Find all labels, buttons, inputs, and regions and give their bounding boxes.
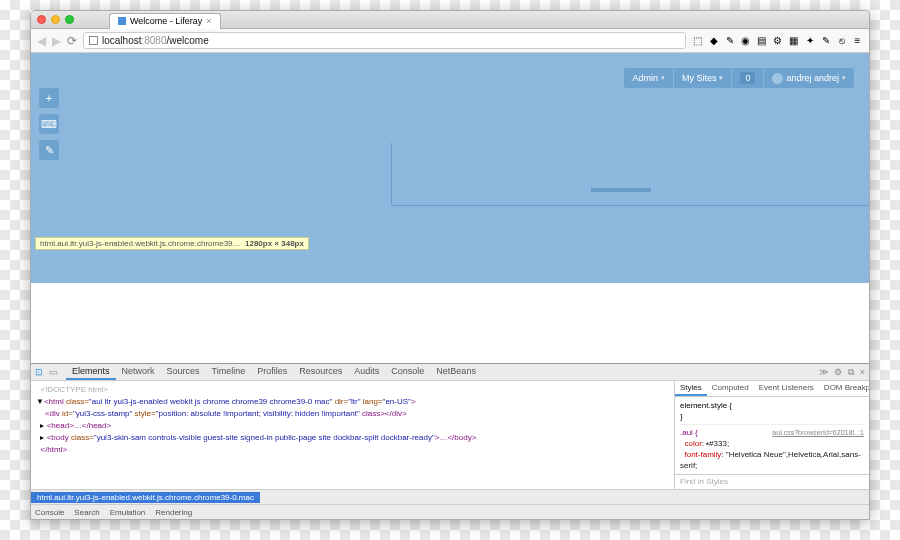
- ext-icon[interactable]: ⚙: [772, 35, 783, 46]
- url-path: /welcome: [167, 35, 209, 46]
- drawer-emulation[interactable]: Emulation: [110, 508, 146, 517]
- add-button[interactable]: +: [39, 88, 59, 108]
- styles-tab-styles[interactable]: Styles: [675, 381, 707, 396]
- tab-netbeans[interactable]: NetBeans: [430, 364, 482, 380]
- ext-icon[interactable]: ⬚: [692, 35, 703, 46]
- url-host: localhost: [102, 35, 141, 46]
- styles-tab-events[interactable]: Event Listeners: [754, 381, 819, 396]
- ext-icon[interactable]: ✎: [724, 35, 735, 46]
- url-port: :8080: [141, 35, 166, 46]
- page-icon: [89, 36, 98, 45]
- devtools: ⊡ ▭ Elements Network Sources Timeline Pr…: [31, 363, 869, 519]
- dockbar-notifications[interactable]: 0: [732, 68, 764, 88]
- drawer-console[interactable]: Console: [35, 508, 64, 517]
- close-tab-icon[interactable]: ×: [206, 16, 211, 26]
- close-button[interactable]: [37, 15, 46, 24]
- layout-guide: [392, 205, 869, 206]
- styles-filter[interactable]: Find in Styles: [675, 474, 869, 489]
- styles-body[interactable]: element.style { } .aui {aui.css?browserI…: [675, 397, 869, 474]
- chevron-down-icon: ▾: [661, 74, 665, 82]
- devtools-toolbar: ⊡ ▭ Elements Network Sources Timeline Pr…: [31, 364, 869, 381]
- page-body: [31, 283, 869, 363]
- styles-tab-dom[interactable]: DOM Breakpoints: [819, 381, 869, 396]
- breadcrumb[interactable]: html.aui.ltr.yui3-js-enabled.webkit.js.c…: [31, 489, 869, 504]
- preview-button[interactable]: ⌨: [39, 114, 59, 134]
- tab-profiles[interactable]: Profiles: [251, 364, 293, 380]
- dockbar: Admin▾ My Sites▾ 0 andrej andrej▾: [624, 68, 854, 88]
- styles-tab-computed[interactable]: Computed: [707, 381, 754, 396]
- device-icon[interactable]: ▭: [49, 367, 58, 377]
- ext-icon[interactable]: ◉: [740, 35, 751, 46]
- drawer-tabs: Console Search Emulation Rendering: [31, 504, 869, 519]
- tab-network[interactable]: Network: [116, 364, 161, 380]
- back-button[interactable]: ◀: [37, 34, 46, 48]
- ext-icon[interactable]: ▦: [788, 35, 799, 46]
- devtools-tabs: Elements Network Sources Timeline Profil…: [66, 364, 482, 380]
- url-field[interactable]: localhost:8080/welcome: [83, 32, 686, 49]
- address-bar: ◀ ▶ ⟳ localhost:8080/welcome ⬚ ◆ ✎ ◉ ▤ ⚙…: [31, 29, 869, 53]
- layout-guide: [591, 188, 651, 192]
- titlebar: Welcome - Liferay ×: [31, 11, 869, 29]
- traffic-lights: [37, 15, 74, 24]
- favicon: [118, 17, 126, 25]
- content: Admin▾ My Sites▾ 0 andrej andrej▾ + ⌨ ✎ …: [31, 53, 869, 519]
- drawer-search[interactable]: Search: [74, 508, 99, 517]
- tab-timeline[interactable]: Timeline: [206, 364, 252, 380]
- reload-button[interactable]: ⟳: [67, 34, 77, 48]
- tab-title: Welcome - Liferay: [130, 16, 202, 26]
- tab-resources[interactable]: Resources: [293, 364, 348, 380]
- menu-icon[interactable]: ≡: [852, 35, 863, 46]
- drawer-toggle-icon[interactable]: ≫: [819, 367, 828, 378]
- inspect-icon[interactable]: ⊡: [35, 367, 43, 377]
- side-toolbar: + ⌨ ✎: [39, 88, 59, 160]
- tab-console[interactable]: Console: [385, 364, 430, 380]
- dock-icon[interactable]: ⧉: [848, 367, 854, 378]
- ext-icon[interactable]: ⎋: [836, 35, 847, 46]
- avatar: [772, 73, 783, 84]
- tab-elements[interactable]: Elements: [66, 364, 116, 380]
- drawer-rendering[interactable]: Rendering: [155, 508, 192, 517]
- ext-icon[interactable]: ◆: [708, 35, 719, 46]
- tab-audits[interactable]: Audits: [348, 364, 385, 380]
- chevron-down-icon: ▾: [719, 74, 723, 82]
- extension-icons: ⬚ ◆ ✎ ◉ ▤ ⚙ ▦ ✦ ✎ ⎋ ≡: [692, 35, 863, 46]
- browser-window: Welcome - Liferay × ◀ ▶ ⟳ localhost:8080…: [30, 10, 870, 520]
- dockbar-user[interactable]: andrej andrej▾: [764, 68, 854, 88]
- forward-button[interactable]: ▶: [52, 34, 61, 48]
- chevron-down-icon: ▾: [842, 74, 846, 82]
- styles-pane: Styles Computed Event Listeners DOM Brea…: [674, 381, 869, 489]
- dockbar-admin[interactable]: Admin▾: [624, 68, 674, 88]
- tab-sources[interactable]: Sources: [161, 364, 206, 380]
- layout-guide: [391, 143, 392, 205]
- ext-icon[interactable]: ✎: [820, 35, 831, 46]
- browser-tab[interactable]: Welcome - Liferay ×: [109, 13, 221, 29]
- ext-icon[interactable]: ✦: [804, 35, 815, 46]
- settings-icon[interactable]: ⚙: [834, 367, 842, 378]
- devtools-body: <!DOCTYPE html> ▼<html class="aui ltr yu…: [31, 381, 869, 489]
- minimize-button[interactable]: [51, 15, 60, 24]
- zoom-button[interactable]: [65, 15, 74, 24]
- dockbar-mysites[interactable]: My Sites▾: [674, 68, 733, 88]
- element-tooltip: html.aui.ltr.yui3-js-enabled.webkit.js.c…: [35, 237, 309, 250]
- styles-tabs: Styles Computed Event Listeners DOM Brea…: [675, 381, 869, 397]
- edit-button[interactable]: ✎: [39, 140, 59, 160]
- ext-icon[interactable]: ▤: [756, 35, 767, 46]
- close-devtools-icon[interactable]: ×: [860, 367, 865, 378]
- dom-tree[interactable]: <!DOCTYPE html> ▼<html class="aui ltr yu…: [31, 381, 674, 489]
